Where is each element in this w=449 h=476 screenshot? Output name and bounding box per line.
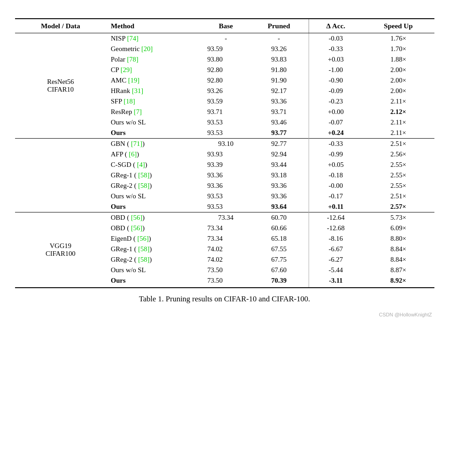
delta-cell: -0.99 <box>309 149 362 160</box>
speedup-cell: 2.55× <box>362 160 434 170</box>
speedup-cell: 2.00× <box>362 65 434 75</box>
delta-cell: -3.11 <box>309 275 362 288</box>
method-cell: GReg-1 ( [58]) <box>106 244 203 254</box>
base-cell: 73.34 <box>203 233 249 244</box>
pruned-cell: 92.77 <box>249 139 309 150</box>
results-table: Model / Data Method Base Pruned Δ Acc. S… <box>15 18 434 319</box>
delta-cell: -0.17 <box>309 191 362 202</box>
method-cell: AMC [19] <box>106 75 203 86</box>
method-cell: GReg-1 ( [58]) <box>106 170 203 181</box>
delta-cell: -6.67 <box>309 244 362 254</box>
method-cell: NISP [74] <box>106 33 203 44</box>
base-cell: 73.34 <box>203 223 249 233</box>
delta-cell: -0.00 <box>309 181 362 191</box>
header-method: Method <box>106 19 203 33</box>
model-label: ResNet56CIFAR10 <box>15 33 106 139</box>
speedup-cell: 2.55× <box>362 170 434 181</box>
delta-cell: -0.18 <box>309 170 362 181</box>
base-cell: 93.53 <box>203 202 249 212</box>
delta-cell: -0.33 <box>309 44 362 54</box>
delta-cell: -0.03 <box>309 33 362 44</box>
base-cell: 93.10 <box>203 139 249 150</box>
delta-cell: -0.07 <box>309 117 362 128</box>
speedup-cell: 2.00× <box>362 86 434 96</box>
base-cell: 93.53 <box>203 191 249 202</box>
base-cell: 73.50 <box>203 265 249 275</box>
speedup-cell: 8.84× <box>362 244 434 254</box>
speedup-cell: 2.00× <box>362 75 434 86</box>
pruned-cell: 60.66 <box>249 223 309 233</box>
delta-cell: +0.03 <box>309 54 362 65</box>
base-cell: 93.36 <box>203 170 249 181</box>
pruned-cell: 93.83 <box>249 54 309 65</box>
pruned-cell: 70.39 <box>249 275 309 288</box>
base-cell: 74.02 <box>203 254 249 265</box>
pruned-cell: 93.44 <box>249 160 309 170</box>
method-cell: Ours w/o SL <box>106 191 203 202</box>
method-cell: Ours <box>106 275 203 288</box>
base-cell: 93.71 <box>203 107 249 117</box>
base-cell: - <box>203 33 249 44</box>
delta-cell: -12.68 <box>309 223 362 233</box>
speedup-cell: 2.57× <box>362 202 434 212</box>
method-cell: ResRep [7] <box>106 107 203 117</box>
delta-cell: -12.64 <box>309 212 362 223</box>
pruned-cell: 67.75 <box>249 254 309 265</box>
speedup-cell: 2.55× <box>362 181 434 191</box>
delta-cell: -0.90 <box>309 75 362 86</box>
pruned-cell: 93.36 <box>249 191 309 202</box>
model-label: VGG19CIFAR100 <box>15 212 106 288</box>
method-cell: OBD ( [56]) <box>106 212 203 223</box>
speedup-cell: 2.51× <box>362 139 434 150</box>
delta-cell: -1.00 <box>309 65 362 75</box>
base-cell: 93.26 <box>203 86 249 96</box>
method-cell: EigenD ( [56]) <box>106 233 203 244</box>
base-cell: 93.59 <box>203 44 249 54</box>
method-cell: Ours w/o SL <box>106 265 203 275</box>
method-cell: Ours w/o SL <box>106 117 203 128</box>
base-cell: 73.50 <box>203 275 249 288</box>
delta-cell: -0.09 <box>309 86 362 96</box>
base-cell: 74.02 <box>203 244 249 254</box>
pruned-cell: 60.70 <box>249 212 309 223</box>
method-cell: Geometric [20] <box>106 44 203 54</box>
pruned-cell: 93.18 <box>249 170 309 181</box>
speedup-cell: 2.12× <box>362 107 434 117</box>
method-cell: AFP ( [6]) <box>106 149 203 160</box>
speedup-cell: 2.11× <box>362 117 434 128</box>
speedup-cell: 2.11× <box>362 96 434 107</box>
speedup-cell: 2.11× <box>362 128 434 139</box>
base-cell: 93.93 <box>203 149 249 160</box>
header-base: Base <box>203 19 249 33</box>
method-cell: Ours <box>106 202 203 212</box>
model-label <box>15 139 106 212</box>
base-cell: 93.80 <box>203 54 249 65</box>
base-cell: 93.53 <box>203 128 249 139</box>
delta-cell: +0.24 <box>309 128 362 139</box>
table-row: ResNet56CIFAR10NISP [74]---0.031.76× <box>15 33 434 44</box>
pruned-cell: 65.18 <box>249 233 309 244</box>
table-caption: Table 1. Pruning results on CIFAR-10 and… <box>15 288 434 305</box>
pruned-cell: 91.90 <box>249 75 309 86</box>
header-model: Model / Data <box>15 19 106 33</box>
header-speedup: Speed Up <box>362 19 434 33</box>
method-cell: C-SGD ( [4]) <box>106 160 203 170</box>
base-cell: 92.80 <box>203 75 249 86</box>
pruned-cell: 93.77 <box>249 128 309 139</box>
delta-cell: +0.00 <box>309 107 362 117</box>
page-wrapper: Model / Data Method Base Pruned Δ Acc. S… <box>10 9 439 328</box>
speedup-cell: 6.09× <box>362 223 434 233</box>
table-row: VGG19CIFAR100OBD ( [56])73.3460.70-12.64… <box>15 212 434 223</box>
delta-cell: -0.33 <box>309 139 362 150</box>
method-cell: GBN ( [71]) <box>106 139 203 150</box>
delta-cell: -0.23 <box>309 96 362 107</box>
speedup-cell: 8.84× <box>362 254 434 265</box>
speedup-cell: 2.56× <box>362 149 434 160</box>
method-cell: SFP [18] <box>106 96 203 107</box>
base-cell: 93.36 <box>203 181 249 191</box>
pruned-cell: 93.64 <box>249 202 309 212</box>
delta-cell: -8.16 <box>309 233 362 244</box>
method-cell: OBD ( [56]) <box>106 223 203 233</box>
pruned-cell: 92.94 <box>249 149 309 160</box>
speedup-cell: 1.70× <box>362 44 434 54</box>
